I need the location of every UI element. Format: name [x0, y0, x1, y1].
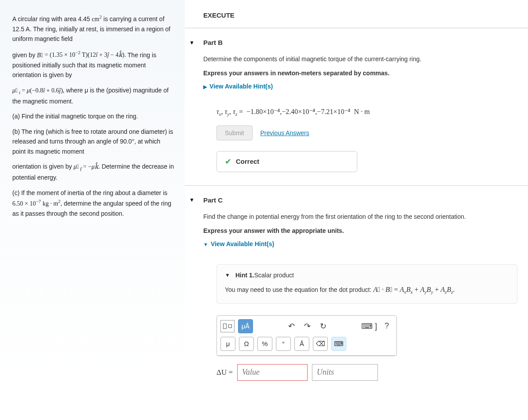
problem-p3: μ⃗ i = μ(−0.8î + 0.6ĵ), where μ is the (…	[12, 85, 174, 107]
text: A circular ring with area 4.45	[12, 15, 92, 22]
text: (c) If the moment of inertia of the ring…	[12, 189, 168, 196]
submit-button[interactable]: Submit	[216, 125, 253, 140]
percent-button[interactable]: %	[257, 337, 272, 351]
delta-u-label: ΔU =	[216, 368, 233, 377]
part-c-hints-link[interactable]: ▼View Available Hint(s)	[203, 240, 274, 247]
part-b-prompt: Determine the components of initial magn…	[203, 54, 517, 64]
toolbar-row-1: μÅ ↶ ↷ ↻ ⌨ ] ?	[217, 316, 396, 336]
label: View Available Hint(s)	[209, 83, 273, 90]
redo-icon[interactable]: ↷	[301, 321, 313, 331]
answer-panel: EXECUTE ▼ Part B Determine the component…	[185, 0, 528, 403]
label: View Available Hint(s)	[211, 240, 274, 247]
text: You may need to use the equation for the…	[225, 286, 373, 293]
hint-1: ▼ Hint 1. Scalar product You may need to…	[216, 264, 517, 304]
problem-p1: A circular ring with area 4.45 cm2 is ca…	[12, 13, 174, 44]
hint-1-label: Hint 1.	[235, 272, 254, 279]
template-button[interactable]	[220, 320, 235, 332]
reset-icon[interactable]: ↻	[317, 321, 329, 331]
angstrom-button[interactable]: Å	[294, 337, 309, 351]
caret-down-icon: ▼	[189, 197, 194, 203]
part-b-header[interactable]: ▼ Part B	[185, 28, 517, 54]
part-c-format: Express your answer with the appropriate…	[203, 226, 517, 236]
part-b: ▼ Part B Determine the components of ini…	[185, 28, 528, 186]
caret-down-icon: ▼	[225, 272, 230, 278]
units: N · m	[354, 108, 370, 115]
formula-toolbar: μÅ ↶ ↷ ↻ ⌨ ] ? μ Ω % ° Å ⌫ ⌨	[216, 315, 397, 356]
problem-a: (a) Find the initial magnetic torque on …	[12, 111, 174, 121]
backspace-button[interactable]: ⌫	[313, 337, 328, 351]
degree-button[interactable]: °	[276, 337, 291, 351]
hint-1-body: You may need to use the equation for the…	[225, 284, 509, 296]
text: given by	[12, 51, 37, 58]
triangle-down-icon: ▼	[203, 242, 208, 247]
part-c-title: Part C	[203, 196, 223, 204]
part-c-header[interactable]: ▼ Part C	[185, 186, 517, 212]
part-b-title: Part B	[203, 39, 223, 46]
problem-p2: given by B⃗ = (1.35 × 10−2 T)(12î + 3ĵ −…	[12, 49, 174, 80]
toolbar-row-2: μ Ω % ° Å ⌫ ⌨	[217, 336, 396, 356]
problem-b2: orientation is given by μ⃗ f = −μk̂. Det…	[12, 162, 174, 183]
triangle-right-icon: ▶	[203, 84, 207, 89]
execute-header: EXECUTE	[185, 0, 528, 28]
caret-down-icon: ▼	[189, 40, 194, 46]
part-c-prompt: Find the change in potential energy from…	[203, 212, 517, 221]
mu-button[interactable]: μ	[220, 337, 235, 351]
part-c: ▼ Part C Find the change in potential en…	[185, 186, 528, 394]
text: (b) The ring (which is free to rotate ar…	[12, 128, 173, 155]
answer-input-row: ΔU =	[216, 364, 517, 381]
check-icon: ✔	[225, 157, 231, 166]
correct-label: Correct	[236, 158, 259, 165]
problem-c: (c) If the moment of inertia of the ring…	[12, 188, 174, 219]
value-input[interactable]	[237, 364, 308, 381]
part-b-answer: τx, τy, τz = −1.80×10⁻⁴,−2.40×10⁻⁴,−7.21…	[216, 107, 517, 117]
units-input[interactable]	[312, 364, 378, 381]
keyboard-button[interactable]: ⌨	[331, 337, 346, 351]
part-b-hints-link[interactable]: ▶View Available Hint(s)	[203, 83, 273, 90]
units-button[interactable]: μÅ	[238, 319, 253, 333]
omega-button[interactable]: Ω	[239, 337, 254, 351]
problem-b: (b) The ring (which is free to rotate ar…	[12, 127, 174, 156]
previous-answers-link[interactable]: Previous Answers	[260, 129, 309, 136]
hint-1-header[interactable]: ▼ Hint 1. Scalar product	[225, 272, 509, 279]
help-icon[interactable]: ?	[381, 321, 393, 331]
part-b-format: Express your answers in newton-meters se…	[203, 68, 517, 78]
undo-icon[interactable]: ↶	[285, 321, 297, 331]
keyboard-icon[interactable]: ⌨ ]	[361, 321, 377, 331]
text: orientation is given by	[12, 163, 73, 170]
answer-value: −1.80×10⁻⁴,−2.40×10⁻⁴,−7.21×10⁻⁴	[246, 108, 350, 115]
problem-panel: A circular ring with area 4.45 cm2 is ca…	[0, 0, 185, 403]
correct-feedback: ✔ Correct	[216, 151, 357, 172]
hint-1-title: Scalar product	[254, 272, 294, 279]
